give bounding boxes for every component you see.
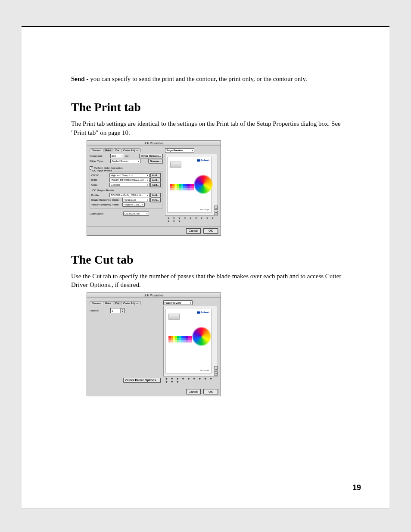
tab-bar: General Print Cut Color Adjust [90, 301, 161, 305]
dropdown-icon: ▾ [146, 212, 148, 215]
cmyk-add-button[interactable]: Add... [150, 173, 161, 177]
cmyk-label: CMYK: [91, 174, 109, 177]
tab-print[interactable]: Print [103, 148, 113, 152]
triangle-row: ▼ ▼ ▼ ▼ ▼ ▼ ▼ ▼ ▼ ▼ ▼ ▼ [163, 376, 218, 384]
tab-print[interactable]: Print [103, 301, 113, 305]
roland-logo: Roland [197, 311, 209, 314]
dither-label: Dither Type: [90, 160, 109, 162]
dropdown-icon: ▾ [138, 160, 139, 162]
dialog-title: Job Properties [87, 293, 221, 298]
dropdown-icon: ▾ [121, 155, 123, 157]
preview-page: Roland File: sample [165, 309, 212, 373]
send-body: you can specify to send the print and th… [90, 75, 307, 82]
roland-logo: Roland [197, 159, 209, 162]
page-number: 19 [352, 483, 361, 492]
driver-options-button[interactable]: Driver Options... [139, 154, 163, 158]
send-label: Send - [71, 75, 90, 82]
dialog-title: Job Properties [87, 141, 221, 146]
passes-value: 1 [111, 308, 120, 313]
preview-text-lines [169, 325, 191, 335]
preview-swatches [170, 184, 194, 190]
preview-drawing [168, 314, 180, 320]
preview-drawing [170, 162, 181, 168]
tab-general[interactable]: General [90, 301, 103, 305]
rgb-select[interactable]: ITUHR_BT-709D65Gamma2...▾ [109, 178, 149, 182]
cutter-driver-options-button[interactable]: Cutter Driver Options... [123, 378, 161, 383]
scroll-up-button[interactable]: ▴ [214, 205, 218, 210]
img-intent-select[interactable]: Perceptual▾ [122, 198, 149, 202]
icc-input-legend: ICC Input Profile [91, 169, 113, 172]
icc-input-fieldset: ICC Input Profile CMYK: High end Swop.ic… [90, 171, 162, 189]
ok-button[interactable]: OK [203, 228, 218, 233]
preview-color-blob [194, 175, 212, 193]
dropdown-icon: ▾ [142, 203, 143, 206]
page-preview-select[interactable]: Page Preview▾ [165, 148, 194, 153]
print-paragraph: The Print tab settings are identical to … [71, 119, 344, 137]
icc-output-fieldset: ICC Output Profile Profile: PC600RecCaGr… [90, 191, 162, 209]
tab-color-adjust[interactable]: Color Adjust [121, 148, 141, 152]
cancel-button[interactable]: Cancel [186, 228, 201, 233]
rgb-add-button[interactable]: Add... [150, 178, 161, 182]
stepper-down-icon[interactable]: ▼ [121, 311, 124, 313]
info-button[interactable]: Info... [150, 198, 161, 202]
preview-text-lines [171, 173, 193, 183]
dropdown-icon: ▾ [147, 199, 148, 201]
print-heading: The Print tab [71, 100, 344, 114]
preview-swatches [168, 336, 192, 342]
icc-output-legend: ICC Output Profile [91, 189, 115, 192]
triangle-row: ▼ ▼ ▼ ▼ ▼ ▼ ▼ ▼ ▼ ▼ ▼ ▼ [165, 216, 218, 224]
profile-label: Profile: [91, 194, 109, 196]
passes-stepper[interactable]: 1 ▲▼ [110, 308, 125, 313]
preview-note: File: sample [200, 369, 209, 371]
resolution-label: Resolution: [90, 155, 109, 157]
color-mode-select[interactable]: CMYKOrGrBl▾ [123, 212, 149, 216]
dither-select[interactable]: Angled Screen▾ [110, 159, 140, 163]
preview-color-blob [193, 327, 211, 345]
print-dialog: Job Properties General Print Cut Color A… [87, 140, 221, 236]
profile-select[interactable]: PC600RecCaGr_CPG-initi...▾ [109, 193, 149, 197]
tab-cut[interactable]: Cut [113, 148, 121, 152]
cut-dialog: Job Properties General Print Cut Color A… [87, 292, 221, 396]
dpi-label: dpi [125, 155, 128, 157]
dropdown-icon: ▾ [147, 184, 148, 186]
preview-page: Roland File: sample [167, 157, 212, 213]
scroll-down-button[interactable]: ▾ [214, 211, 218, 215]
img-intent-label: Image Rendering Intent: [91, 199, 121, 201]
cut-paragraph: Use the Cut tab to specify the number of… [71, 272, 344, 289]
dropdown-icon: ▾ [190, 302, 191, 304]
screen-button[interactable]: Screen... [148, 159, 162, 163]
send-paragraph: Send - you can specify to send the print… [71, 75, 344, 83]
rgb-label: RGB: [91, 179, 109, 181]
resolution-select[interactable]: 600▾ [110, 154, 124, 158]
preview-pane: Roland File: sample [165, 154, 218, 216]
dropdown-icon: ▾ [147, 179, 148, 181]
cancel-button[interactable]: Cancel [186, 389, 201, 394]
dropdown-icon: ▾ [147, 174, 148, 177]
gray-select[interactable]: Generic▾ [109, 183, 149, 187]
cut-heading: The Cut tab [71, 253, 344, 267]
color-mode-label: Color Mode: [90, 212, 109, 215]
scroll-down-button[interactable]: ▾ [214, 371, 218, 376]
scroll-up-button[interactable]: ▴ [214, 366, 218, 370]
vec-intent-select[interactable]: Relative Colo...▾ [122, 202, 145, 207]
cmyk-select[interactable]: High end Swop.icm▾ [109, 173, 149, 177]
gray-add-button[interactable]: Add... [150, 183, 161, 187]
tab-color-adjust[interactable]: Color Adjust [121, 301, 141, 305]
dropdown-icon: ▾ [147, 194, 148, 196]
vec-intent-label: Vector Rendering Intent: [91, 203, 121, 206]
page-preview-select[interactable]: Page Preview▾ [163, 300, 193, 305]
preview-pane: Roland File: sample [163, 306, 218, 376]
tab-bar: General Print Cut Color Adjust [90, 148, 162, 152]
passes-label: Passes: [90, 309, 109, 312]
tab-cut[interactable]: Cut [113, 301, 121, 305]
ok-button[interactable]: OK [203, 389, 218, 394]
gray-label: Gray: [91, 184, 109, 186]
preview-note: File: sample [200, 208, 209, 211]
tab-general[interactable]: General [90, 148, 103, 152]
profile-add-button[interactable]: Add... [150, 193, 161, 197]
dropdown-icon: ▾ [192, 149, 193, 152]
